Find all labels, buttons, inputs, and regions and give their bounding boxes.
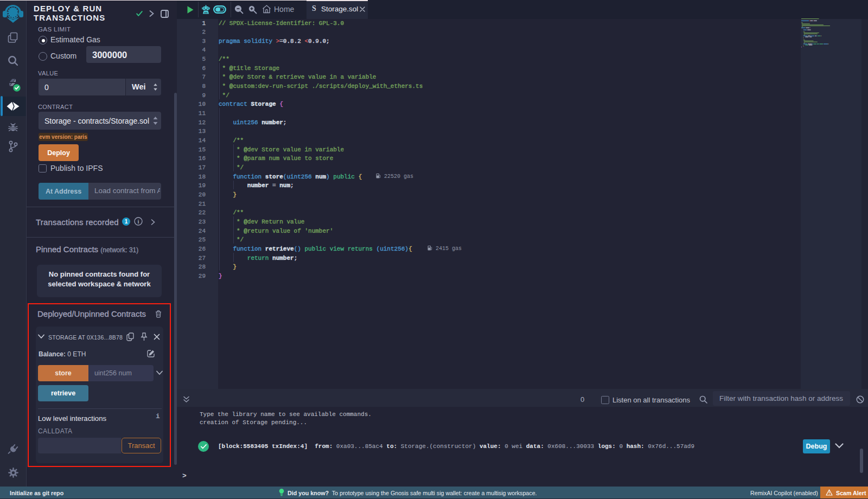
svg-text:i: i — [138, 219, 139, 225]
